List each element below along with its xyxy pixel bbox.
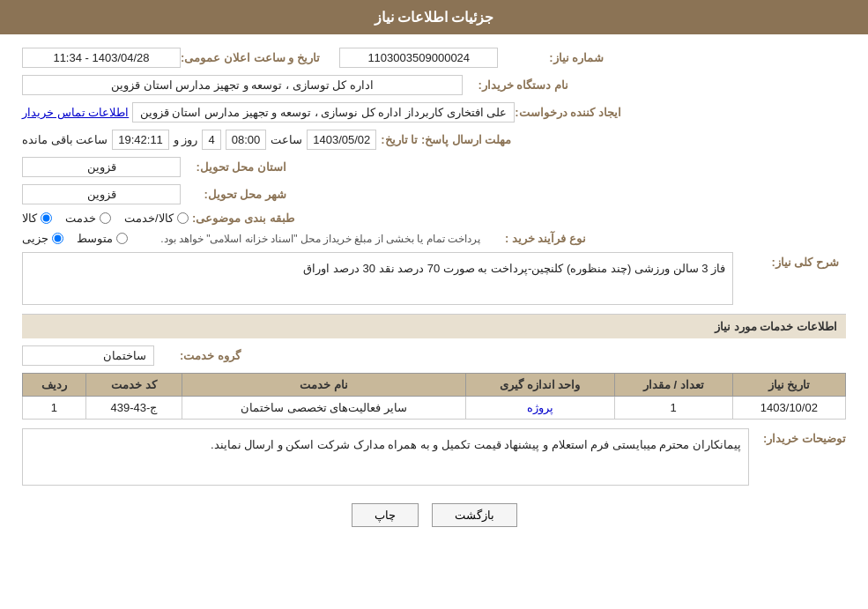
- category-service-label: خدمت: [65, 212, 96, 225]
- purchase-note: پرداخت تمام یا بخشی از مبلغ خریداز محل "…: [160, 233, 480, 245]
- delivery-city-label: شهر محل تحویل:: [181, 188, 286, 201]
- delivery-city-value: قزوین: [22, 184, 181, 204]
- description-label: شرح کلی نیاز:: [733, 252, 839, 269]
- need-number-row: شماره نیاز: 1103003509000024 تاریخ و ساع…: [22, 48, 846, 68]
- category-service-radio[interactable]: [100, 212, 111, 224]
- purchase-type-radio-group: پرداخت تمام یا بخشی از مبلغ خریداز محل "…: [22, 232, 480, 245]
- buyer-name-label: نام دستگاه خریدار:: [463, 78, 568, 92]
- category-goods-service-radio[interactable]: [177, 212, 189, 224]
- service-group-row: گروه خدمت: ساختمان: [22, 345, 846, 366]
- buyer-name-row: نام دستگاه خریدار: اداره کل توسازی ، توس…: [22, 75, 846, 95]
- col-count-header: تعداد / مقدار: [614, 374, 732, 397]
- need-number-label: شماره نیاز:: [498, 51, 604, 64]
- description-row: شرح کلی نیاز: فاز 3 سالن ورزشی (چند منظو…: [22, 252, 846, 305]
- cell-code: ج-43-439: [85, 397, 182, 420]
- need-number-value: 1103003509000024: [339, 48, 498, 68]
- service-group-value: ساختمان: [22, 345, 154, 366]
- services-table: تاریخ نیاز تعداد / مقدار واحد اندازه گیر…: [22, 373, 846, 420]
- delivery-province-label: استان محل تحویل:: [181, 160, 286, 174]
- col-row-header: ردیف: [23, 374, 86, 397]
- page-wrapper: جزئیات اطلاعات نیاز شماره نیاز: 11030035…: [0, 0, 868, 609]
- category-goods-item: کالا: [22, 212, 52, 225]
- category-goods-service-item: کالا/خدمت: [124, 212, 189, 225]
- page-header: جزئیات اطلاعات نیاز: [0, 0, 868, 34]
- purchase-partial-item: جزیی: [22, 232, 63, 245]
- cell-row: 1: [23, 397, 86, 420]
- category-row: طبقه بندی موضوعی: کالا/خدمت خدمت کالا: [22, 212, 846, 225]
- cell-name: سایر فعالیت‌های تخصصی ساختمان: [182, 397, 466, 420]
- response-remaining-label: ساعت باقی مانده: [22, 133, 108, 146]
- contact-link[interactable]: اطلاعات تماس خریدار: [22, 106, 129, 119]
- response-deadline-row: مهلت ارسال پاسخ: تا تاریخ: 1403/05/02 سا…: [22, 130, 846, 150]
- service-group-label: گروه خدمت:: [170, 349, 241, 362]
- response-time: 08:00: [226, 130, 267, 150]
- col-unit-header: واحد اندازه گیری: [465, 374, 614, 397]
- creator-label: ایجاد کننده درخواست:: [515, 106, 621, 119]
- notes-box: پیمانکاران محترم میبایستی فرم استعلام و …: [22, 428, 749, 486]
- col-date-header: تاریخ نیاز: [732, 374, 845, 397]
- purchase-partial-label: جزیی: [22, 232, 48, 245]
- creator-row: ایجاد کننده درخواست: علی افتخاری کاربردا…: [22, 102, 846, 123]
- col-name-header: نام خدمت: [182, 374, 466, 397]
- notes-row: توضیحات خریدار: پیمانکاران محترم میبایست…: [22, 428, 846, 486]
- announce-value: 1403/04/28 - 11:34: [22, 48, 181, 68]
- response-days-label: روز و: [174, 133, 198, 146]
- response-date: 1403/05/02: [307, 130, 376, 150]
- description-box: فاز 3 سالن ورزشی (چند منظوره) کلنچین-پرد…: [22, 252, 733, 305]
- category-goods-radio[interactable]: [41, 212, 52, 224]
- notes-label: توضیحات خریدار:: [758, 428, 846, 445]
- announce-label: تاریخ و ساعت اعلان عمومی:: [181, 51, 320, 64]
- delivery-province-row: استان محل تحویل: قزوین: [22, 157, 846, 177]
- purchase-partial-radio[interactable]: [52, 233, 63, 244]
- services-section-title: اطلاعات خدمات مورد نیاز: [22, 314, 846, 338]
- delivery-province-value: قزوین: [22, 157, 181, 177]
- buyer-name-value: اداره کل توسازی ، توسعه و تجهیز مدارس اس…: [22, 75, 463, 95]
- description-value: فاز 3 سالن ورزشی (چند منظوره) کلنچین-پرد…: [303, 262, 725, 275]
- col-code-header: کد خدمت: [85, 374, 182, 397]
- response-remaining: 19:42:11: [112, 130, 169, 150]
- response-days: 4: [202, 130, 220, 150]
- purchase-type-row: نوع فرآیند خرید : پرداخت تمام یا بخشی از…: [22, 232, 846, 245]
- content-area: شماره نیاز: 1103003509000024 تاریخ و ساع…: [0, 34, 868, 553]
- cell-unit: پروژه: [465, 397, 614, 420]
- table-row: 1403/10/02 1 پروژه سایر فعالیت‌های تخصصی…: [23, 397, 846, 420]
- category-goods-label: کالا: [22, 212, 37, 225]
- category-service-item: خدمت: [65, 212, 111, 225]
- purchase-medium-radio[interactable]: [116, 233, 128, 244]
- notes-value: پیمانکاران محترم میبایستی فرم استعلام و …: [211, 438, 741, 451]
- page-title: جزئیات اطلاعات نیاز: [375, 10, 494, 25]
- category-goods-service-label: کالا/خدمت: [124, 212, 174, 225]
- category-label: طبقه بندی موضوعی:: [189, 212, 294, 225]
- category-radio-group: کالا/خدمت خدمت کالا: [22, 212, 189, 225]
- purchase-type-label: نوع فرآیند خرید :: [480, 232, 586, 245]
- cell-date: 1403/10/02: [732, 397, 845, 420]
- creator-value: علی افتخاری کاربرداز اداره کل نوسازی ، ت…: [132, 102, 515, 123]
- purchase-medium-label: متوسط: [77, 232, 113, 245]
- response-time-label: ساعت: [271, 133, 302, 146]
- back-button[interactable]: بازگشت: [432, 503, 517, 527]
- cell-count: 1: [614, 397, 732, 420]
- delivery-city-row: شهر محل تحویل: قزوین: [22, 184, 846, 204]
- table-header-row: تاریخ نیاز تعداد / مقدار واحد اندازه گیر…: [23, 374, 846, 397]
- purchase-medium-item: متوسط: [77, 232, 128, 245]
- response-deadline-label: مهلت ارسال پاسخ: تا تاریخ:: [381, 133, 511, 146]
- buttons-row: بازگشت چاپ: [22, 503, 846, 527]
- print-button[interactable]: چاپ: [352, 503, 419, 527]
